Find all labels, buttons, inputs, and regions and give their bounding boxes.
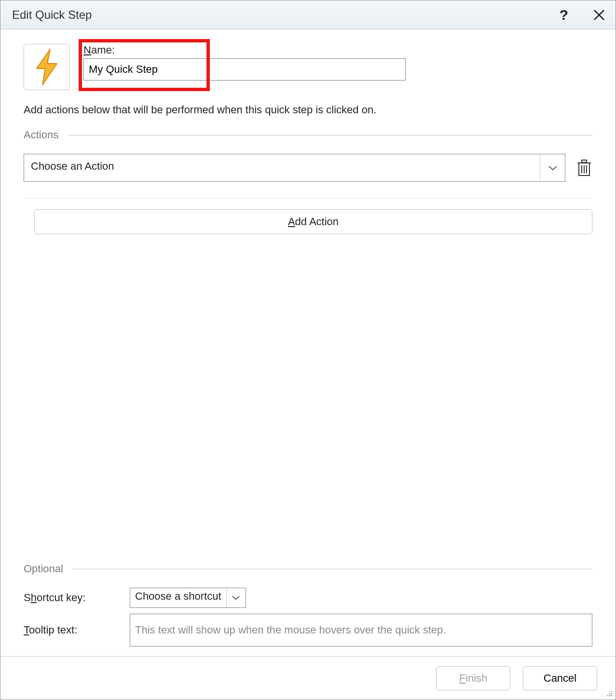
svg-point-10 [611,693,613,695]
chevron-down-icon [232,595,240,601]
edit-quick-step-dialog: Edit Quick Step ? Name: [0,0,616,700]
tooltip-label: Tooltip text: [24,624,120,636]
actions-section-label: Actions [24,129,58,141]
trash-icon [576,158,592,177]
tooltip-input[interactable] [130,614,592,646]
shortcut-dropdown[interactable]: Choose a shortcut [130,588,246,608]
resize-grip-icon[interactable] [605,689,614,698]
separator [24,198,592,199]
divider-line [73,569,592,569]
name-block: Name: [83,44,406,81]
tooltip-row: Tooltip text: [24,614,592,646]
shortcut-row: Shortcut key: Choose a shortcut [24,588,592,608]
optional-section-label: Optional [24,563,63,575]
cancel-button[interactable]: Cancel [523,666,597,690]
delete-action-button[interactable] [576,158,592,177]
divider-line [68,135,592,135]
choose-action-arrow[interactable] [540,154,565,181]
name-input[interactable] [83,58,406,81]
quick-step-icon-button[interactable] [24,44,70,90]
lightning-bolt-icon [33,48,61,86]
dialog-title: Edit Quick Step [12,8,560,22]
choose-action-text: Choose an Action [24,154,540,181]
chevron-down-icon [548,164,558,171]
name-label: Name: [83,44,406,56]
titlebar: Edit Quick Step ? [0,0,616,29]
dialog-content: Name: Add actions below that will be per… [0,29,616,656]
choose-action-dropdown[interactable]: Choose an Action [24,154,565,182]
shortcut-value: Choose a shortcut [130,588,226,607]
optional-section-header: Optional [24,563,592,575]
close-icon [592,8,606,22]
description-text: Add actions below that will be performed… [24,104,592,116]
svg-point-12 [609,695,611,697]
shortcut-label: Shortcut key: [24,592,120,604]
optional-block: Optional Shortcut key: Choose a shortcut… [24,563,592,646]
svg-rect-7 [582,160,587,162]
titlebar-controls: ? [560,7,606,23]
add-action-button[interactable]: Add Action [34,209,592,234]
svg-point-13 [611,695,613,697]
close-button[interactable] [592,8,606,22]
action-row: Choose an Action [24,154,592,182]
svg-point-9 [609,693,611,695]
svg-point-11 [607,695,609,697]
svg-point-8 [611,691,613,693]
shortcut-arrow[interactable] [226,588,246,607]
actions-section-header: Actions [24,129,592,141]
help-button[interactable]: ? [560,7,568,23]
dialog-footer: Finish Cancel [0,656,616,700]
finish-button[interactable]: Finish [436,666,510,690]
